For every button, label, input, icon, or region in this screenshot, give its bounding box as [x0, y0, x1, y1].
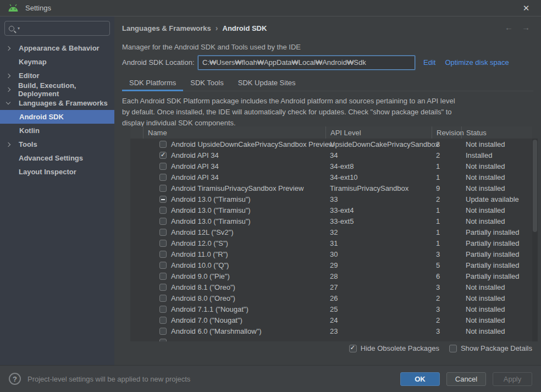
forward-arrow-icon[interactable]: → [522, 23, 530, 32]
back-arrow-icon[interactable]: ← [505, 23, 513, 32]
sidebar-item-android-sdk[interactable]: Android SDK [0, 110, 114, 124]
cell-api-level: 33-ext4 [325, 206, 432, 214]
cell-name: Android 7.0 ("Nougat") [143, 316, 325, 324]
cell-name: Android 7.1.1 ("Nougat") [143, 305, 325, 313]
chevron-down-icon[interactable] [7, 102, 19, 104]
package-checkbox[interactable] [159, 218, 167, 225]
table-row[interactable]: Android 8.1 ("Oreo")273Not installed [130, 281, 532, 292]
cell-api-level: 32 [325, 228, 432, 236]
table-row[interactable]: Android TiramisuPrivacySandbox PreviewTi… [130, 183, 532, 194]
header-status[interactable]: Status [461, 126, 532, 139]
show-details-checkbox[interactable] [449, 345, 457, 352]
search-options-caret-icon[interactable]: ▾ [18, 26, 20, 31]
sidebar-item-layout-inspector[interactable]: Layout Inspector [0, 165, 114, 179]
edit-link[interactable]: Edit [423, 58, 435, 67]
tab-sdk-platforms[interactable]: SDK Platforms [122, 75, 183, 91]
package-checkbox[interactable] [159, 240, 167, 247]
table-row[interactable]: Android API 34342Installed [130, 150, 532, 161]
cell-status: Not installed [461, 316, 532, 324]
package-checkbox[interactable] [159, 185, 167, 192]
cell-revision: 1 [432, 162, 461, 170]
hide-obsolete-option[interactable]: Hide Obsolete Packages [349, 344, 439, 352]
header-api-level[interactable]: API Level [325, 126, 432, 139]
table-header: Name API Level Revision Status [130, 126, 532, 139]
table-row[interactable]: Android 11.0 ("R")303Partially installed [130, 249, 532, 260]
cell-status: Not installed [461, 294, 532, 302]
table-row[interactable]: Android 12L ("Sv2")321Partially installe… [130, 227, 532, 238]
package-checkbox[interactable] [159, 262, 167, 269]
cell-revision: 1 [432, 206, 461, 214]
package-name: Android 7.1.1 ("Nougat") [171, 305, 249, 313]
package-checkbox[interactable] [159, 284, 167, 291]
package-checkbox[interactable] [159, 273, 167, 280]
package-checkbox[interactable] [159, 152, 167, 159]
sidebar-item-kotlin[interactable]: Kotlin [0, 124, 114, 137]
window-title: Settings [25, 4, 51, 12]
table-row[interactable]: Android API 3434-ext101Not installed [130, 172, 532, 183]
table-row[interactable]: Android API 3434-ext81Not installed [130, 161, 532, 172]
table-row[interactable]: Android 13.0 ("Tiramisu")33-ext51Not ins… [130, 216, 532, 227]
package-checkbox[interactable] [159, 163, 167, 170]
cell-revision: 6 [432, 272, 461, 280]
sidebar-item-editor[interactable]: Editor [0, 69, 114, 82]
chevron-right-icon[interactable] [7, 74, 19, 78]
sidebar-item-tools[interactable]: Tools [0, 137, 114, 151]
help-icon[interactable]: ? [9, 373, 21, 385]
package-checkbox[interactable] [159, 306, 167, 313]
optimize-disk-space-link[interactable]: Optimize disk space [445, 58, 509, 67]
hide-obsolete-checkbox[interactable] [349, 345, 357, 352]
sidebar-item-label: Advanced Settings [19, 154, 83, 162]
cell-revision: 5 [432, 261, 461, 269]
header-name[interactable]: Name [143, 126, 325, 139]
close-icon[interactable]: ✕ [518, 0, 534, 16]
table-row[interactable]: Android 9.0 ("Pie")286Partially installe… [130, 270, 532, 281]
cell-api-level: 31 [325, 239, 432, 247]
table-row[interactable]: Android 6.0 ("Marshmallow")233Not instal… [130, 325, 532, 336]
settings-tree: Appearance & BehaviorKeymapEditorBuild, … [0, 41, 114, 179]
header-revision[interactable]: Revision [432, 126, 461, 139]
chevron-right-icon[interactable] [7, 143, 19, 146]
package-checkbox[interactable] [159, 339, 167, 342]
sidebar-item-languages-frameworks[interactable]: Languages & Frameworks [0, 96, 114, 110]
scrollbar-thumb[interactable] [533, 140, 537, 232]
package-checkbox[interactable] [159, 196, 167, 203]
table-row[interactable]: Android 13.0 ("Tiramisu")33-ext41Not ins… [130, 205, 532, 216]
package-checkbox[interactable] [159, 229, 167, 236]
sidebar-item-advanced-settings[interactable]: Advanced Settings [0, 151, 114, 165]
show-details-label: Show Package Details [461, 344, 532, 352]
table-row[interactable]: Android 7.0 ("Nougat")242Not installed [130, 314, 532, 325]
show-details-option[interactable]: Show Package Details [449, 344, 532, 352]
cell-revision: 3 [432, 283, 461, 291]
package-checkbox[interactable] [159, 251, 167, 258]
package-checkbox[interactable] [159, 141, 167, 148]
sidebar-item-build-execution-deployment[interactable]: Build, Execution, Deployment [0, 82, 114, 96]
table-row[interactable]: Android UpsideDownCakePrivacySandbox Pre… [130, 139, 532, 150]
table-row[interactable]: Android 10.0 ("Q")295Partially installed [130, 260, 532, 270]
cell-api-level: 25 [325, 305, 432, 313]
sidebar-item-keymap[interactable]: Keymap [0, 55, 114, 69]
table-row[interactable] [130, 336, 532, 341]
cancel-button[interactable]: Cancel [446, 372, 486, 386]
package-checkbox[interactable] [159, 317, 167, 324]
package-name: Android 8.1 ("Oreo") [171, 283, 235, 291]
breadcrumb-parent[interactable]: Languages & Frameworks [122, 24, 211, 32]
sidebar-item-label: Kotlin [19, 126, 40, 135]
sidebar-item-appearance-behavior[interactable]: Appearance & Behavior [0, 41, 114, 55]
package-checkbox[interactable] [159, 207, 167, 214]
search-input[interactable]: ▾ [4, 21, 110, 36]
table-row[interactable]: Android 7.1.1 ("Nougat")253Not installed [130, 303, 532, 314]
chevron-right-icon[interactable] [7, 47, 19, 50]
sdk-location-field[interactable]: C:₩Users₩floah₩AppData₩Local₩Android₩Sdk [198, 56, 415, 70]
cell-name: Android 9.0 ("Pie") [143, 272, 325, 280]
package-checkbox[interactable] [159, 295, 167, 302]
table-row[interactable]: Android 8.0 ("Oreo")262Not installed [130, 292, 532, 303]
table-row[interactable]: Android 13.0 ("Tiramisu")332Update avail… [130, 194, 532, 205]
table-row[interactable]: Android 12.0 ("S")311Partially installed [130, 238, 532, 249]
tab-sdk-tools[interactable]: SDK Tools [183, 75, 230, 91]
tab-sdk-update-sites[interactable]: SDK Update Sites [231, 75, 303, 91]
package-checkbox[interactable] [159, 174, 167, 181]
package-checkbox[interactable] [159, 328, 167, 335]
table-scrollbar[interactable] [532, 139, 538, 341]
chevron-right-icon[interactable] [7, 88, 18, 91]
ok-button[interactable]: OK [400, 372, 440, 386]
